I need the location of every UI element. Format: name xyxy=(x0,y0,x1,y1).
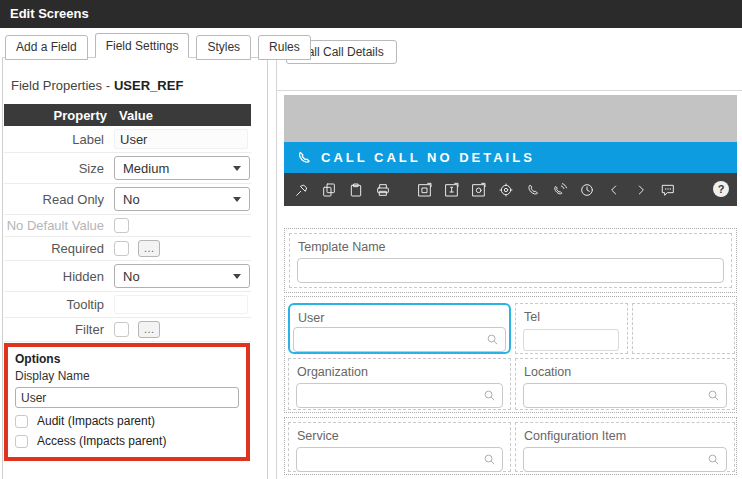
property-row-hidden: Hidden No xyxy=(4,261,251,292)
required-property: Required xyxy=(4,241,104,256)
clock-icon[interactable] xyxy=(578,181,596,199)
tab-rules[interactable]: Rules xyxy=(258,35,311,60)
banner-title: CALL CALL NO DETAILS xyxy=(321,150,535,165)
search-icon xyxy=(485,332,500,351)
record-toolbar: ? xyxy=(284,173,737,206)
settings-box-icon[interactable] xyxy=(470,181,488,199)
search-icon xyxy=(706,452,721,471)
property-table-header: Property Value xyxy=(4,104,251,126)
tel-field-block[interactable]: Tel xyxy=(515,303,628,354)
filter-checkbox[interactable] xyxy=(114,322,129,337)
chevron-down-icon xyxy=(233,166,241,171)
pin-box-icon[interactable] xyxy=(443,181,461,199)
search-icon xyxy=(482,452,497,471)
call-details-banner: CALL CALL NO DETAILS xyxy=(284,142,737,173)
chevron-left-icon[interactable] xyxy=(605,181,623,199)
service-field-block[interactable]: Service xyxy=(288,422,511,472)
screen-preview-panel: Call Call Details CALL CALL NO DETAILS xyxy=(276,38,742,479)
tel-input[interactable] xyxy=(523,329,619,351)
size-dropdown-value: Medium xyxy=(123,161,169,176)
size-property: Size xyxy=(4,161,104,176)
required-checkbox[interactable] xyxy=(114,241,129,256)
user-search-input[interactable] xyxy=(293,327,506,352)
tooltip-input[interactable] xyxy=(114,295,248,314)
read-only-dropdown[interactable]: No xyxy=(114,187,250,211)
options-highlight-box: Options Display Name Audit (Impacts pare… xyxy=(4,343,250,461)
template-box-icon[interactable] xyxy=(416,181,434,199)
copy-icon[interactable] xyxy=(320,181,338,199)
location-search-input[interactable] xyxy=(523,383,727,408)
chevron-right-icon[interactable] xyxy=(632,181,650,199)
property-column-header: Property xyxy=(4,108,107,123)
chevron-down-icon xyxy=(233,274,241,279)
configuration-item-field-block[interactable]: Configuration Item xyxy=(515,422,735,472)
field-settings-panel: Field Properties -USER_REF Property Valu… xyxy=(2,57,268,479)
phone-icon[interactable] xyxy=(524,181,542,199)
phone-icon xyxy=(296,150,311,165)
search-icon xyxy=(706,388,721,407)
location-field-block[interactable]: Location xyxy=(515,358,735,410)
property-row-filter: Filter … xyxy=(4,318,251,342)
user-field-block[interactable]: User xyxy=(288,303,511,354)
required-ellipsis-button[interactable]: … xyxy=(138,240,160,257)
property-row-label: Label User xyxy=(4,126,251,153)
gear-icon[interactable] xyxy=(497,181,515,199)
options-title: Options xyxy=(15,352,239,366)
organization-field-block[interactable]: Organization xyxy=(288,358,511,410)
empty-field-block[interactable] xyxy=(632,303,735,354)
hidden-property: Hidden xyxy=(4,269,104,284)
edit-screens-window: Edit Screens Add a Field Field Settings … xyxy=(0,0,742,479)
field-properties-label: Field Properties - xyxy=(11,78,110,93)
user-field-label: User xyxy=(290,305,509,327)
form-group-service: Service Configuration Item xyxy=(284,417,737,475)
organization-search-input[interactable] xyxy=(296,383,503,408)
label-value-field[interactable]: User xyxy=(114,129,248,149)
template-name-input[interactable] xyxy=(297,258,724,283)
form-group-customer: User Tel Organization xyxy=(284,296,737,413)
preview-separator xyxy=(277,90,742,91)
left-panel-tabs: Add a Field Field Settings Styles Rules xyxy=(5,35,311,60)
display-name-input[interactable] xyxy=(15,387,239,408)
print-icon[interactable] xyxy=(374,181,392,199)
tab-styles[interactable]: Styles xyxy=(196,35,251,60)
read-only-dropdown-value: No xyxy=(123,192,140,207)
field-name: USER_REF xyxy=(114,78,183,93)
no-default-value-checkbox[interactable] xyxy=(114,218,129,233)
property-row-tooltip: Tooltip xyxy=(4,292,251,318)
hidden-dropdown[interactable]: No xyxy=(114,264,250,288)
chevron-down-icon xyxy=(233,197,241,202)
value-column-header: Value xyxy=(119,108,153,123)
tooltip-property: Tooltip xyxy=(4,297,104,312)
display-name-label: Display Name xyxy=(15,369,239,383)
configuration-item-field-label: Configuration Item xyxy=(516,423,734,445)
template-name-label: Template Name xyxy=(290,234,731,256)
audit-checkbox[interactable] xyxy=(15,415,28,428)
access-checkbox[interactable] xyxy=(15,435,28,448)
access-label: Access (Impacts parent) xyxy=(37,434,166,448)
filter-ellipsis-button[interactable]: … xyxy=(138,321,160,338)
size-dropdown[interactable]: Medium xyxy=(114,156,250,180)
service-field-label: Service xyxy=(289,423,510,445)
filter-property: Filter xyxy=(4,322,104,337)
template-name-field-block[interactable]: Template Name xyxy=(289,233,732,288)
audit-option-row: Audit (Impacts parent) xyxy=(15,414,239,428)
comment-icon[interactable] xyxy=(659,181,677,199)
clipboard-icon[interactable] xyxy=(347,181,365,199)
property-row-read-only: Read Only No xyxy=(4,184,251,215)
preview-placeholder-block xyxy=(284,95,737,142)
pushpin-icon[interactable] xyxy=(293,181,311,199)
phone-ring-icon[interactable] xyxy=(551,181,569,199)
label-property: Label xyxy=(4,132,104,147)
search-icon xyxy=(482,388,497,407)
access-option-row: Access (Impacts parent) xyxy=(15,434,239,448)
tel-field-label: Tel xyxy=(516,304,627,326)
page-title: Edit Screens xyxy=(10,6,89,21)
service-search-input[interactable] xyxy=(296,447,503,472)
audit-label: Audit (Impacts parent) xyxy=(37,414,155,428)
organization-field-label: Organization xyxy=(289,359,510,381)
configuration-item-search-input[interactable] xyxy=(523,447,727,472)
window-title-bar: Edit Screens xyxy=(0,0,742,28)
tab-add-a-field[interactable]: Add a Field xyxy=(5,35,88,60)
tab-field-settings[interactable]: Field Settings xyxy=(95,33,190,58)
help-icon[interactable]: ? xyxy=(713,181,729,197)
